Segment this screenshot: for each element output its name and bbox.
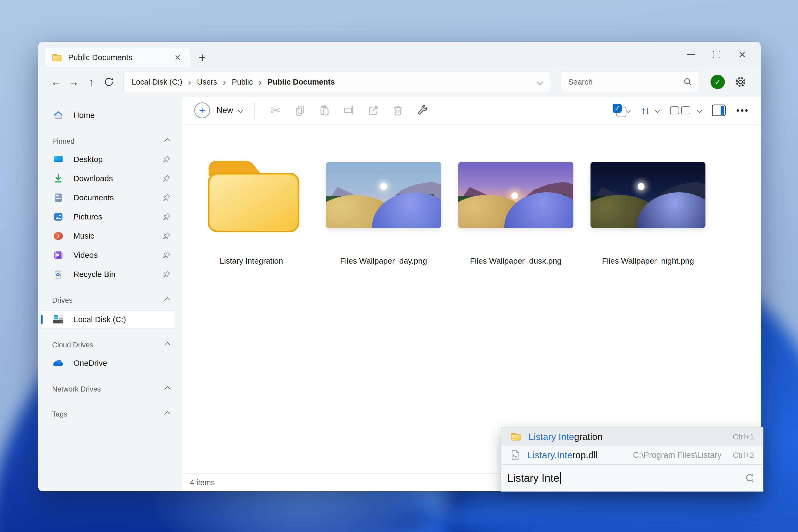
pin-icon[interactable]: [162, 212, 171, 221]
breadcrumb-users[interactable]: Users: [197, 78, 217, 87]
sidebar-label: OneDrive: [73, 359, 171, 367]
file-area[interactable]: Listary Integration: [182, 125, 761, 474]
sidebar-item-recycle-bin[interactable]: ♻ Recycle Bin: [38, 265, 182, 284]
shortcut-hint: Ctrl+2: [733, 451, 754, 460]
titlebar[interactable]: Public Documents × + ×: [38, 42, 761, 67]
select-dropdown-chevron-icon[interactable]: [626, 108, 631, 113]
minimize-icon: [687, 54, 695, 55]
collapse-chevron-icon[interactable]: [165, 386, 171, 392]
sidebar-section-pinned[interactable]: Pinned: [38, 133, 182, 150]
listary-search-input[interactable]: Listary Inte: [501, 464, 763, 491]
up-button[interactable]: ↑: [82, 73, 100, 91]
music-icon: ♪: [52, 230, 64, 242]
file-name: Files Wallpaper_day.png: [340, 256, 427, 265]
folder-thumbnail: [191, 151, 311, 239]
file-item-folder[interactable]: Listary Integration: [191, 151, 311, 265]
collapse-chevron-icon[interactable]: [165, 411, 171, 417]
listary-result-dll[interactable]: Listary.Interop.dll C:\Program Files\Lis…: [501, 446, 763, 464]
collapse-chevron-icon[interactable]: [165, 342, 171, 348]
sort-icon[interactable]: ↑↓: [641, 104, 648, 117]
preview-pane-toggle[interactable]: [712, 104, 726, 116]
sidebar-item-onedrive[interactable]: OneDrive: [38, 354, 182, 373]
share-icon: [367, 104, 380, 116]
breadcrumb-public[interactable]: Public: [232, 78, 253, 87]
properties-button[interactable]: [413, 101, 432, 120]
pin-icon[interactable]: [162, 174, 171, 183]
sidebar-section-tags[interactable]: Tags: [38, 406, 182, 423]
tab-public-documents[interactable]: Public Documents ×: [45, 48, 190, 67]
image-thumbnail: [456, 151, 576, 239]
file-name: Files Wallpaper_dusk.png: [470, 256, 562, 265]
refresh-button[interactable]: [100, 73, 118, 91]
sort-dropdown-chevron-icon[interactable]: [656, 108, 660, 113]
collapse-chevron-icon[interactable]: [165, 298, 171, 304]
cut-button[interactable]: ✂: [266, 101, 285, 120]
sidebar-item-music[interactable]: ♪ Music: [38, 226, 182, 246]
home-icon: [52, 109, 64, 121]
selection-accent-bar: [41, 315, 42, 324]
maximize-button[interactable]: [704, 45, 729, 64]
pin-icon[interactable]: [162, 231, 171, 241]
sidebar-item-desktop[interactable]: Desktop: [38, 150, 182, 169]
new-button[interactable]: + New: [194, 102, 242, 118]
pin-icon[interactable]: [162, 251, 171, 260]
new-tab-button[interactable]: +: [199, 51, 206, 63]
check-icon: ✓: [714, 77, 721, 87]
layout-icon[interactable]: [670, 107, 690, 114]
address-bar[interactable]: Local Disk (C:) › Users › Public › Publi…: [124, 72, 550, 92]
breadcrumb-local-disk[interactable]: Local Disk (C:): [132, 78, 182, 87]
paste-button[interactable]: [315, 101, 334, 120]
share-button[interactable]: [364, 101, 383, 120]
paste-icon: [318, 104, 331, 116]
more-options-button[interactable]: •••: [736, 105, 749, 116]
sidebar-label: Recycle Bin: [73, 270, 162, 279]
sidebar: Home Pinned Desktop: [38, 97, 182, 491]
search-input[interactable]: [568, 77, 683, 87]
file-item-night[interactable]: Files Wallpaper_night.png: [588, 151, 708, 265]
rename-button[interactable]: [340, 101, 358, 120]
dll-file-icon: [510, 450, 520, 460]
sidebar-item-pictures[interactable]: Pictures: [38, 207, 182, 226]
tab-close-icon[interactable]: ×: [173, 52, 183, 62]
sidebar-item-downloads[interactable]: Downloads: [38, 169, 182, 188]
rename-icon: [343, 104, 355, 116]
search-box[interactable]: [561, 72, 699, 92]
layout-dropdown-chevron-icon[interactable]: [697, 108, 702, 113]
forward-button[interactable]: →: [65, 73, 82, 91]
pin-icon[interactable]: [162, 270, 171, 279]
settings-button[interactable]: [734, 75, 747, 89]
breadcrumb-public-documents[interactable]: Public Documents: [268, 78, 335, 87]
collapse-chevron-icon[interactable]: [165, 138, 171, 145]
status-ok-badge[interactable]: ✓: [710, 75, 725, 89]
pin-icon[interactable]: [162, 193, 171, 202]
sidebar-item-videos[interactable]: ▶ Videos: [38, 246, 182, 265]
back-button[interactable]: ←: [48, 73, 65, 91]
close-button[interactable]: ×: [729, 45, 755, 64]
file-grid: Listary Integration: [191, 151, 761, 265]
listary-result-folder[interactable]: Listary Integration Ctrl+1: [501, 428, 763, 446]
copy-button[interactable]: [291, 101, 309, 120]
sidebar-section-drives[interactable]: Drives: [38, 292, 182, 309]
local-disk-icon: [52, 314, 65, 326]
listary-popup: Listary Integration Ctrl+1 Listary.Inter…: [501, 427, 763, 492]
sidebar-item-home[interactable]: Home: [38, 106, 182, 125]
sidebar-section-cloud-drives[interactable]: Cloud Drives: [38, 337, 182, 354]
recycle-bin-icon: ♻: [52, 268, 64, 280]
section-label: Cloud Drives: [52, 341, 165, 349]
documents-icon: [52, 191, 64, 204]
recycle-glyph: ♻: [56, 271, 60, 278]
files-app-window: Public Documents × + × ← → ↑ Local Disk …: [38, 42, 761, 491]
delete-button[interactable]: [388, 101, 407, 120]
minimize-button[interactable]: [678, 45, 704, 64]
file-item-dusk[interactable]: Files Wallpaper_dusk.png: [456, 151, 576, 265]
file-item-day[interactable]: Files Wallpaper_day.png: [324, 151, 443, 265]
select-button[interactable]: ✓: [613, 104, 626, 117]
pin-icon[interactable]: [162, 155, 171, 164]
sidebar-section-network-drives[interactable]: Network Drives: [38, 381, 182, 398]
result-name: Listary Integration: [529, 432, 603, 442]
sidebar-label: Local Disk (C:): [74, 315, 167, 324]
image-thumbnail: [588, 151, 708, 239]
address-dropdown-chevron-icon[interactable]: [537, 79, 543, 85]
sidebar-item-local-disk-c[interactable]: Local Disk (C:): [40, 310, 176, 328]
sidebar-item-documents[interactable]: Documents: [38, 188, 182, 207]
